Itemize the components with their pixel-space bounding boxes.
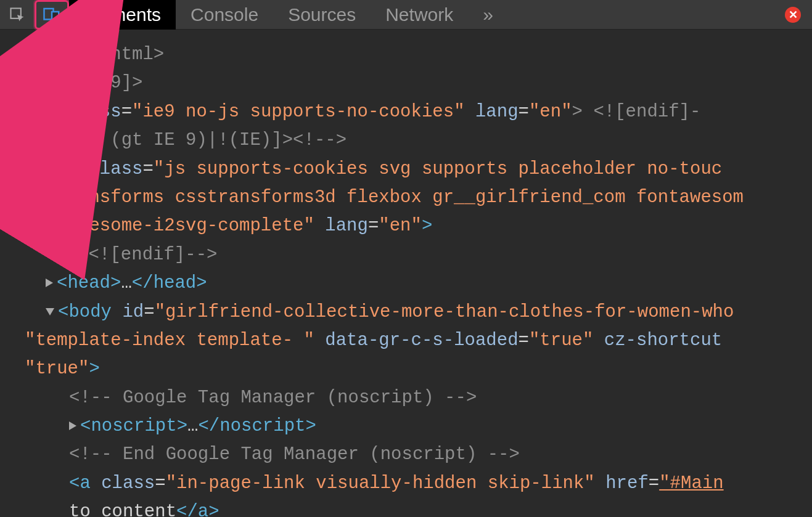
dom-line-head[interactable]: <head>…</head> — [25, 269, 812, 298]
expand-triangle-icon[interactable] — [46, 279, 53, 287]
devices-icon — [43, 6, 61, 24]
tab-elements[interactable]: Elements — [69, 0, 176, 30]
dom-line-doctype[interactable]: <!ctype html> — [25, 41, 812, 69]
dom-line-body-open-3[interactable]: "true"> — [25, 355, 812, 383]
dom-line-html-open-3[interactable]: fontawesome-i2svg-complete" lang="en"> — [25, 212, 812, 240]
tab-network[interactable]: Network — [371, 0, 468, 30]
inspect-cursor-icon — [9, 6, 26, 23]
close-icon: ✕ — [789, 8, 798, 22]
dom-line-gtm-end[interactable]: <!-- End Google Tag Manager (noscript) -… — [25, 441, 812, 469]
close-devtools-button[interactable]: ✕ — [785, 7, 801, 23]
dom-line-body-open-2[interactable]: "template-index template- " data-gr-c-s-… — [25, 327, 812, 355]
tab-more[interactable]: » — [468, 0, 508, 30]
devtools-tabbar: Elements Console Sources Network » ✕ — [0, 0, 812, 30]
dom-line-html-ie9[interactable]: tml class="ie9 no-js supports-no-cookies… — [25, 98, 812, 126]
inspect-element-button[interactable] — [0, 0, 35, 30]
toggle-device-toolbar-button[interactable] — [35, 0, 69, 30]
collapse-triangle-icon[interactable] — [46, 308, 54, 315]
dom-line-noscript[interactable]: <noscript>…</noscript> — [25, 412, 812, 441]
dom-line-ifgt9[interactable]: <!--[if (gt IE 9)|!(IE)]><!--> — [25, 126, 812, 155]
dom-line-gtm-start[interactable]: <!-- Google Tag Manager (noscript) --> — [25, 384, 812, 412]
elements-dom-tree[interactable]: <!ctype html> -[if IE 9]> tml class="ie9… — [0, 30, 812, 517]
dom-line-ifie9[interactable]: -[if IE 9]> — [25, 69, 812, 97]
dom-line-endif[interactable]: <!--<![endif]--> — [25, 241, 812, 269]
dom-line-html-open-2[interactable]: csstransforms csstransforms3d flexbox gr… — [25, 184, 812, 212]
dom-line-html-open[interactable]: <html class="js supports-cookies svg sup… — [25, 155, 812, 184]
dom-line-skip-link[interactable]: <a class="in-page-link visually-hidden s… — [25, 470, 812, 498]
dom-line-skip-link-2[interactable]: to content</a> — [25, 498, 812, 517]
dom-line-body-open[interactable]: <body id="girlfriend-collective-more-tha… — [25, 298, 812, 327]
svg-rect-2 — [52, 12, 59, 22]
expand-triangle-icon[interactable] — [69, 421, 76, 430]
tab-console[interactable]: Console — [176, 0, 273, 30]
tab-sources[interactable]: Sources — [273, 0, 371, 30]
